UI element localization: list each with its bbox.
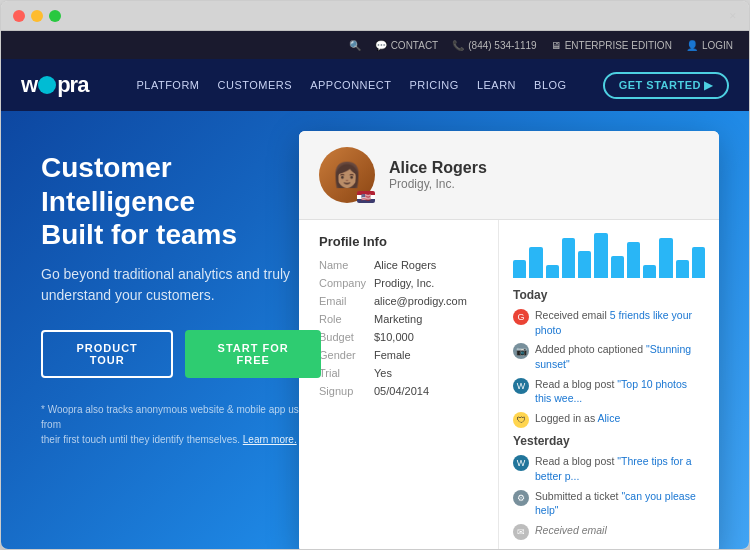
info-row: NameAlice Rogers [319,259,478,271]
contact-topbar[interactable]: 💬 CONTACT [375,40,439,51]
get-started-button[interactable]: GET STARTED ▶ [603,72,729,99]
info-value: alice@prodigy.com [374,295,467,307]
activity-icon: ⚙ [513,490,529,506]
activity-link[interactable]: 5 friends like your photo [535,309,692,336]
info-value: Yes [374,367,392,379]
chart-bar [594,233,607,278]
activity-item: W Read a blog post "Top 10 photos this w… [513,377,705,406]
info-label: Budget [319,331,374,343]
activity-item: ✉ Received email [513,523,705,540]
logo-dot [38,76,56,94]
chart-bar [578,251,591,278]
chart-bar [627,242,640,278]
profile-info-panel: Profile Info NameAlice RogersCompanyProd… [299,220,499,550]
info-row: Signup05/04/2014 [319,385,478,397]
card-body: Profile Info NameAlice RogersCompanyProd… [299,220,719,550]
chart-bar [659,238,672,279]
card-header-info: Alice Rogers Prodigy, Inc. [389,159,487,191]
nav-learn[interactable]: LEARN [477,79,516,91]
activity-item: G Received email 5 friends like your pho… [513,308,705,337]
chart-bar [529,247,542,279]
activity-text: Received email 5 friends like your photo [535,308,705,337]
minimize-button[interactable] [31,10,43,22]
search-icon: 🔍 [349,40,361,51]
enterprise-label: ENTERPRISE EDITION [565,40,672,51]
profile-card: 👩🏽 🇺🇸 Alice Rogers Prodigy, Inc. Profile… [299,131,719,550]
activity-link[interactable]: "Stunning sunset" [535,343,691,370]
nav-platform[interactable]: PLATFORM [136,79,199,91]
nav-appconnect[interactable]: APPCONNECT [310,79,391,91]
nav-blog[interactable]: BLOG [534,79,567,91]
activity-item: ⚙ Submitted a ticket "can you please hel… [513,489,705,518]
info-row: TrialYes [319,367,478,379]
info-row: Budget$10,000 [319,331,478,343]
user-name: Alice Rogers [389,159,487,177]
user-company: Prodigy, Inc. [389,177,487,191]
activity-text: Read a blog post "Top 10 photos this wee… [535,377,705,406]
user-icon: 👤 [686,40,698,51]
top-bar: 🔍 💬 CONTACT 📞 (844) 534-1119 🖥 ENTERPRIS… [1,31,749,59]
avatar-wrapper: 👩🏽 🇺🇸 [319,147,375,203]
login-topbar[interactable]: 👤 LOGIN [686,40,733,51]
activity-icon: 📷 [513,343,529,359]
info-value: Prodigy, Inc. [374,277,434,289]
info-row: CompanyProdigy, Inc. [319,277,478,289]
activity-link[interactable]: "can you please help" [535,490,696,517]
info-value: Female [374,349,411,361]
activity-text: Logged in as Alice [535,411,705,426]
info-label: Gender [319,349,374,361]
maximize-button[interactable] [49,10,61,22]
info-value: $10,000 [374,331,414,343]
start-free-button[interactable]: START FOR FREE [185,330,321,378]
search-topbar[interactable]: 🔍 [349,40,361,51]
hero-section: Customer IntelligenceBuilt for teams Go … [1,111,749,550]
monitor-icon: 🖥 [551,40,561,51]
info-label: Name [319,259,374,271]
chart-bar [513,260,526,278]
chart-bar [676,260,689,278]
activity-text: Submitted a ticket "can you please help" [535,489,705,518]
nav-pricing[interactable]: PRICING [410,79,459,91]
activity-icon: 🛡 [513,412,529,428]
phone-icon: 📞 [452,40,464,51]
learn-more-link[interactable]: Learn more. [243,434,297,445]
chart-bar [611,256,624,279]
phone-topbar[interactable]: 📞 (844) 534-1119 [452,40,536,51]
info-label: Email [319,295,374,307]
yesterday-items: W Read a blog post "Three tips for a bet… [513,454,705,540]
activity-item: 📷 Added photo captioned "Stunning sunset… [513,342,705,371]
enterprise-topbar[interactable]: 🖥 ENTERPRISE EDITION [551,40,672,51]
logo[interactable]: wpra [21,72,88,98]
chart-bar [546,265,559,279]
info-row: GenderFemale [319,349,478,361]
close-button[interactable] [13,10,25,22]
hero-content: Customer IntelligenceBuilt for teams Go … [41,151,321,447]
activity-link[interactable]: "Top 10 photos this wee... [535,378,687,405]
hero-buttons: PRODUCT TOUR START FOR FREE [41,330,321,378]
hero-title: Customer IntelligenceBuilt for teams [41,151,321,252]
window-close-icon[interactable]: ✕ [729,11,737,21]
activity-item: 🛡 Logged in as Alice [513,411,705,428]
profile-fields: NameAlice RogersCompanyProdigy, Inc.Emai… [319,259,478,397]
chat-icon: 💬 [375,40,387,51]
activity-text: Received email [535,523,705,538]
activity-icon: W [513,378,529,394]
activity-chart [513,228,705,278]
info-row: RoleMarketing [319,313,478,325]
profile-info-title: Profile Info [319,234,478,249]
activity-text: Added photo captioned "Stunning sunset" [535,342,705,371]
activity-icon: ✉ [513,524,529,540]
nav-customers[interactable]: CUSTOMERS [218,79,293,91]
today-items: G Received email 5 friends like your pho… [513,308,705,428]
product-tour-button[interactable]: PRODUCT TOUR [41,330,173,378]
chart-bar [562,238,575,279]
activity-link[interactable]: "Three tips for a better p... [535,455,692,482]
activity-icon: W [513,455,529,471]
activity-link[interactable]: Alice [597,412,620,424]
login-label: LOGIN [702,40,733,51]
info-value: Marketing [374,313,422,325]
info-label: Role [319,313,374,325]
nav-links: PLATFORM CUSTOMERS APPCONNECT PRICING LE… [136,72,729,99]
info-label: Company [319,277,374,289]
browser-title-bar: ✕ [1,1,749,31]
